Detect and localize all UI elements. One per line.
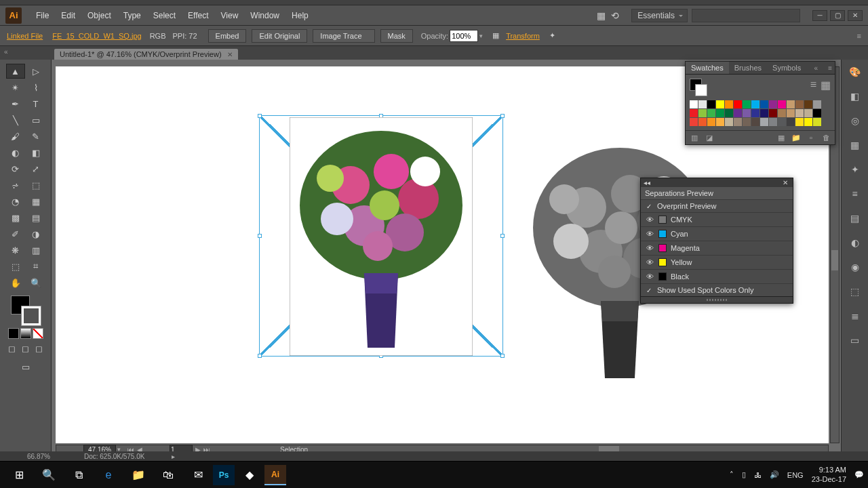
swatch[interactable] — [690, 109, 698, 117]
swatch[interactable] — [787, 100, 795, 108]
swatch[interactable] — [751, 118, 760, 126]
tab-close-icon[interactable]: ✕ — [227, 51, 233, 58]
menu-select[interactable]: Select — [147, 8, 182, 23]
tray-battery-icon[interactable]: ▯ — [742, 470, 746, 479]
handle-top-right[interactable] — [500, 114, 505, 118]
swatch[interactable] — [778, 118, 786, 126]
transform-link[interactable]: Transform — [506, 32, 540, 40]
shape-builder-tool[interactable]: ◔ — [6, 194, 25, 209]
swatch[interactable] — [716, 100, 724, 108]
swatch[interactable] — [804, 118, 812, 126]
swatch[interactable] — [787, 109, 795, 117]
swatch[interactable] — [813, 109, 821, 117]
tray-volume-icon[interactable]: 🔊 — [770, 470, 779, 479]
spot-colors-checkbox[interactable]: ✓ — [645, 286, 653, 294]
edge-icon[interactable]: e — [94, 463, 123, 487]
swatch-libraries-icon[interactable]: ▥ — [690, 133, 699, 142]
stroke-panel-icon[interactable]: ≡ — [847, 186, 863, 202]
paintbrush-tool[interactable]: 🖌 — [6, 129, 25, 144]
swatch-gridview-icon[interactable]: ▦ — [821, 79, 831, 92]
swatch[interactable] — [804, 109, 812, 117]
opacity-dropdown-icon[interactable]: ▾ — [479, 33, 483, 39]
linked-file-label[interactable]: Linked File — [7, 32, 43, 40]
gradient-mode-swatch[interactable] — [20, 328, 31, 339]
tray-language[interactable]: ENG — [787, 471, 804, 479]
isolate-icon[interactable]: ✦ — [549, 31, 555, 40]
color-guide-icon[interactable]: ◧ — [847, 88, 863, 104]
swatch-options-icon[interactable]: ▦ — [776, 133, 786, 142]
mail-icon[interactable]: ✉ — [183, 463, 213, 487]
handle-bottom-left[interactable] — [258, 354, 262, 358]
width-tool[interactable]: ⩫ — [6, 178, 25, 192]
tab-brushes[interactable]: Brushes — [729, 62, 767, 74]
appearance-panel-icon[interactable]: ◉ — [847, 259, 863, 275]
rectangle-tool[interactable]: ▭ — [26, 113, 45, 127]
swatch[interactable] — [769, 118, 777, 126]
line-tool[interactable]: ╲ — [6, 113, 25, 127]
panel-collapse-icon[interactable]: « — [811, 63, 821, 73]
symbol-sprayer-tool[interactable]: ❋ — [6, 243, 25, 258]
menu-window[interactable]: Window — [244, 8, 285, 23]
menu-effect[interactable]: Effect — [182, 8, 214, 23]
swatch[interactable] — [734, 100, 742, 108]
swatch[interactable] — [778, 109, 786, 117]
magic-wand-tool[interactable]: ✴ — [6, 80, 25, 95]
lasso-tool[interactable]: ⌇ — [26, 80, 45, 95]
swatch-fill-stroke[interactable] — [690, 79, 707, 96]
menu-file[interactable]: File — [30, 8, 55, 23]
minimize-button[interactable]: ─ — [812, 10, 827, 21]
graphic-styles-icon[interactable]: ⬚ — [847, 283, 863, 300]
swatch[interactable] — [743, 118, 751, 126]
symbols-dock-icon[interactable]: ✦ — [847, 161, 863, 178]
color-panel-icon[interactable]: 🎨 — [847, 64, 863, 80]
swatch[interactable] — [725, 100, 733, 108]
swatch[interactable] — [734, 118, 742, 126]
swatch[interactable] — [707, 100, 715, 108]
mask-button[interactable]: Mask — [380, 29, 413, 43]
screen-mode[interactable]: ▭ — [16, 359, 35, 374]
separation-row[interactable]: 👁Magenta — [641, 241, 793, 255]
pencil-tool[interactable]: ✎ — [26, 129, 45, 144]
swatch[interactable] — [725, 109, 733, 117]
swatch-listview-icon[interactable]: ≡ — [810, 79, 816, 91]
swatch[interactable] — [813, 100, 821, 108]
menu-type[interactable]: Type — [117, 8, 147, 23]
swatch[interactable] — [716, 118, 724, 126]
panel-close-icon[interactable]: ✕ — [781, 179, 790, 186]
controlbar-menu-icon[interactable]: ≡ — [857, 32, 861, 40]
stroke-color[interactable] — [22, 306, 41, 325]
workspace-switcher[interactable]: Essentials — [631, 9, 688, 22]
collapse-toggle-icon[interactable]: « — [4, 48, 12, 56]
hand-tool[interactable]: ✋ — [6, 275, 25, 290]
handle-bottom-right[interactable] — [500, 354, 505, 358]
visibility-icon[interactable]: 👁 — [645, 243, 654, 253]
swatch[interactable] — [769, 100, 777, 108]
swatch[interactable] — [751, 100, 760, 108]
tray-notifications-icon[interactable]: 💬 — [854, 470, 864, 479]
swatch[interactable] — [787, 118, 795, 126]
tray-clock[interactable]: 9:13 AM 23-Dec-17 — [812, 466, 846, 483]
viewmode-icon[interactable]: ▦ — [597, 10, 606, 21]
tray-chevron-icon[interactable]: ˄ — [730, 470, 734, 479]
separation-row[interactable]: 👁Black — [641, 269, 793, 283]
swatch[interactable] — [690, 118, 698, 126]
handle-mid-left[interactable] — [258, 234, 262, 238]
rotate-tool[interactable]: ⟳ — [6, 161, 25, 176]
eraser-tool[interactable]: ◧ — [26, 145, 45, 160]
direct-selection-tool[interactable]: ▷ — [26, 64, 45, 79]
swatch[interactable] — [804, 100, 812, 108]
gradient-tool[interactable]: ▤ — [26, 210, 45, 225]
brushes-dock-icon[interactable]: ▦ — [847, 137, 863, 153]
drawmode-normal[interactable]: ◻ — [6, 343, 18, 354]
menu-help[interactable]: Help — [285, 8, 315, 23]
docmode-icon[interactable]: ⟲ — [611, 10, 619, 21]
visibility-icon[interactable]: 👁 — [645, 258, 654, 267]
illustrator-taskbar-icon[interactable]: Ai — [264, 465, 286, 485]
explorer-icon[interactable]: 📁 — [123, 463, 153, 487]
swatch[interactable] — [698, 118, 707, 126]
new-color-group-icon[interactable]: 📁 — [791, 133, 801, 142]
new-swatch-icon[interactable]: ▫ — [806, 133, 816, 142]
perspective-tool[interactable]: ▦ — [26, 194, 45, 209]
swatch[interactable] — [795, 118, 804, 126]
separation-row[interactable]: 👁Cyan — [641, 226, 793, 241]
